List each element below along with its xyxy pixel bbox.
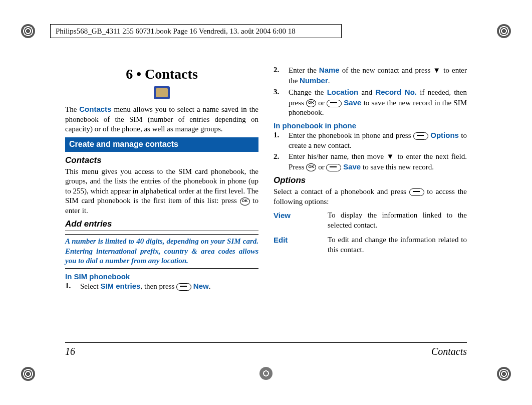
phone-steps: 1. Enter the phonebook in phone and pres… [274,130,467,172]
registration-dot [259,367,273,380]
sim-phonebook-heading: In SIM phonebook [65,272,258,282]
number-term: Number [300,76,328,85]
ok-button-icon: OK [306,99,316,107]
chapter-title: 6 • Contacts [65,65,258,83]
down-arrow-icon: ▼ [433,66,441,74]
add-entries-subhead: Add entries [65,219,258,230]
intro-paragraph: The Contacts menu allows you to select a… [65,104,258,134]
step-number: 1. [274,130,282,150]
option-edit-label: Edit [274,235,319,255]
softkey-icon [409,188,424,196]
softkey-icon [327,100,342,107]
ok-button-icon: OK [240,197,250,206]
step-number: 1. [65,281,73,292]
note-callout: A number is limited to 40 digits, depend… [65,234,258,269]
left-column: 6 • Contacts The Contacts menu allows yo… [65,65,258,355]
options-table: View To display the information linked t… [274,211,467,255]
list-item: 2. Enter the Name of the new contact and… [274,65,467,86]
list-item: 2. Enter his/her name, then move ▼ to en… [274,152,467,172]
crop-mark [497,367,511,381]
softkey-icon [176,283,191,291]
options-body: Select a contact of a phonebook and pres… [274,187,467,207]
step-text: Enter his/her name, then move ▼ to enter… [289,152,467,172]
name-term: Name [319,66,340,74]
step-number: 3. [274,87,282,118]
contacts-subhead: Contacts [65,155,258,166]
step-text: Enter the phonebook in phone and press O… [289,130,467,150]
list-item: 1. Select SIM entries, then press New. [65,281,258,292]
step-number: 2. [274,152,282,172]
save-label: Save [344,98,361,107]
step-number: 2. [274,65,282,86]
sim-steps: 1. Select SIM entries, then press New. [65,281,258,292]
option-edit-desc: To edit and change the information relat… [328,235,467,255]
options-term: Options [430,131,459,139]
header-text: Philips568_GB_4311 255 60731.book Page 1… [56,27,296,36]
contacts-body: This menu gives you access to the SIM ca… [65,167,258,216]
option-view-desc: To display the information linked to the… [328,211,467,230]
document-meta-header: Philips568_GB_4311 255 60731.book Page 1… [50,24,342,38]
location-term: Location [327,88,359,96]
contacts-term: Contacts [79,105,111,113]
step-text: Enter the Name of the new contact and pr… [289,65,467,86]
sim-entries-term: SIM entries [100,282,140,290]
section-heading: Create and manage contacts [65,137,258,152]
step-text: Select SIM entries, then press New. [80,281,210,292]
save-label: Save [343,162,361,171]
ok-button-icon: OK [306,163,316,171]
crop-mark [21,24,35,38]
right-column: 2. Enter the Name of the new contact and… [274,65,467,355]
page-content: 6 • Contacts The Contacts menu allows yo… [65,65,467,355]
phone-phonebook-heading: In phonebook in phone [274,121,467,131]
softkey-icon [413,132,428,140]
crop-mark [21,367,35,381]
page-number: 16 [65,345,75,358]
sim-steps-continued: 2. Enter the Name of the new contact and… [274,65,467,118]
step-text: Change the Location and Record No. if ne… [289,87,467,118]
options-subhead: Options [274,175,467,186]
down-arrow-icon: ▼ [387,152,395,160]
list-item: 3. Change the Location and Record No. if… [274,87,467,118]
record-no-term: Record No. [375,88,417,96]
crop-mark [497,24,511,38]
footer-section-name: Contacts [431,345,467,358]
contacts-icon [154,86,170,99]
page-footer: 16 Contacts [65,342,467,358]
list-item: 1. Enter the phonebook in phone and pres… [274,130,467,150]
rule [65,231,258,231]
softkey-icon [326,164,341,171]
new-label: New [193,282,209,290]
option-view-label: View [274,211,319,230]
